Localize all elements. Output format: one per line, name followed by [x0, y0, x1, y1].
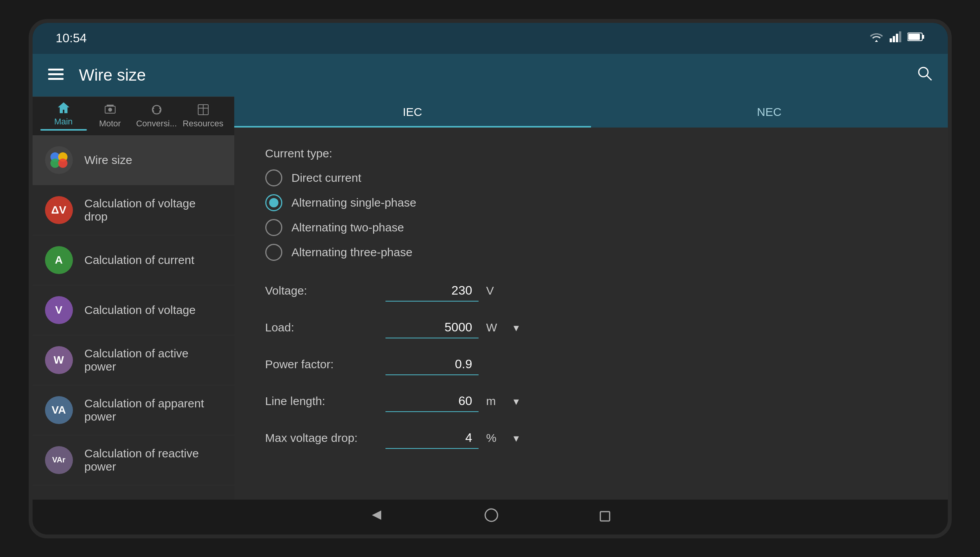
tab-iec[interactable]: IEC: [234, 97, 591, 128]
power-factor-label: Power factor:: [265, 358, 374, 371]
signal-icon: [890, 31, 901, 45]
svg-point-23: [58, 159, 67, 168]
tab-iec-label: IEC: [403, 105, 422, 119]
power-factor-input-area: [385, 354, 917, 375]
voltage-unit: V: [486, 284, 506, 297]
radio-circle-single[interactable]: [265, 194, 282, 211]
bottom-nav: Main Motor: [33, 97, 234, 135]
radio-direct-current[interactable]: Direct current: [265, 169, 917, 186]
sidebar-item-voltage[interactable]: V Calculation of voltage: [33, 285, 234, 335]
sidebar-item-active-power[interactable]: W Calculation of active power: [33, 335, 234, 385]
nav-tab-resources[interactable]: Resources: [180, 103, 226, 129]
android-back-button[interactable]: [370, 508, 384, 526]
svg-rect-7: [48, 69, 64, 71]
radio-label-direct: Direct current: [292, 171, 361, 185]
sidebar-item-current[interactable]: A Calculation of current: [33, 235, 234, 285]
radio-circle-three[interactable]: [265, 244, 282, 261]
max-voltage-drop-input[interactable]: [385, 428, 479, 449]
svg-marker-24: [372, 510, 381, 520]
hamburger-icon[interactable]: [48, 66, 64, 84]
nav-tab-conversi[interactable]: Conversi...: [133, 103, 180, 129]
svg-point-25: [485, 509, 498, 521]
nav-tab-main-label: Main: [54, 117, 73, 127]
search-icon[interactable]: [917, 66, 932, 84]
svg-rect-1: [893, 36, 895, 42]
line-length-input-area: m ▾: [385, 391, 917, 412]
form-row-line-length: Line length: m ▾: [265, 391, 917, 412]
svg-rect-9: [48, 78, 64, 80]
svg-point-19: [45, 146, 73, 174]
load-input[interactable]: [385, 317, 479, 338]
voltage-avatar: V: [45, 296, 73, 324]
radio-two-phase[interactable]: Alternating two-phase: [265, 219, 917, 236]
nav-tab-resources-label: Resources: [183, 119, 223, 129]
sidebar-item-reactive-power[interactable]: VAr Calculation of reactive power: [33, 435, 234, 485]
svg-rect-13: [107, 105, 114, 106]
radio-label-single: Alternating single-phase: [292, 196, 417, 209]
form-row-load: Load: W ▾: [265, 317, 917, 338]
power-factor-input[interactable]: [385, 354, 479, 375]
sidebar-item-reactive-power-label: Calculation of reactive power: [85, 447, 222, 473]
voltage-label: Voltage:: [265, 284, 374, 297]
max-voltage-drop-label: Max voltage drop:: [265, 431, 374, 445]
load-dropdown-arrow[interactable]: ▾: [513, 321, 519, 334]
tab-nec-label: NEC: [757, 105, 781, 119]
nav-tab-main[interactable]: Main: [40, 101, 87, 131]
battery-icon: [907, 32, 925, 45]
sidebar-item-voltage-label: Calculation of voltage: [85, 304, 196, 317]
tab-nec[interactable]: NEC: [591, 97, 948, 128]
sidebar-item-apparent-power-label: Calculation of apparent power: [85, 397, 222, 423]
apparent-power-avatar: VA: [45, 396, 73, 424]
tab-iec-indicator: [234, 126, 591, 128]
radio-label-three: Alternating three-phase: [292, 246, 413, 259]
sidebar-item-apparent-power[interactable]: VA Calculation of apparent power: [33, 385, 234, 435]
load-input-area: W ▾: [385, 317, 917, 338]
status-icons: [869, 31, 925, 45]
active-power-avatar: W: [45, 346, 73, 374]
tablet-frame: 10:54: [29, 19, 952, 538]
right-content: IEC NEC Current type: Direct current: [234, 97, 948, 500]
form-content: Current type: Direct current Alternating…: [234, 128, 948, 500]
nav-tab-pinned[interactable]: Pinc...: [226, 103, 234, 129]
sidebar-item-voltage-drop[interactable]: ΔV Calculation of voltage drop: [33, 185, 234, 235]
sidebar-item-active-power-label: Calculation of active power: [85, 347, 222, 373]
wire-size-avatar: [45, 146, 73, 174]
line-length-dropdown-arrow[interactable]: ▾: [513, 395, 519, 408]
svg-point-14: [108, 108, 112, 112]
radio-three-phase[interactable]: Alternating three-phase: [265, 244, 917, 261]
radio-circle-two[interactable]: [265, 219, 282, 236]
voltage-input-area: V: [385, 280, 917, 302]
radio-single-phase[interactable]: Alternating single-phase: [265, 194, 917, 211]
load-label: Load:: [265, 321, 374, 334]
svg-rect-3: [899, 31, 901, 42]
svg-rect-6: [908, 34, 920, 40]
nav-tab-motor[interactable]: Motor: [87, 103, 133, 129]
status-bar: 10:54: [33, 23, 948, 54]
voltage-input[interactable]: [385, 280, 479, 302]
voltage-drop-avatar: ΔV: [45, 196, 73, 224]
nav-underline-main: [40, 129, 87, 131]
android-recents-button[interactable]: [599, 508, 611, 526]
form-row-power-factor: Power factor:: [265, 354, 917, 375]
line-length-input[interactable]: [385, 391, 479, 412]
radio-label-two: Alternating two-phase: [292, 221, 404, 234]
nav-tab-motor-label: Motor: [99, 119, 121, 129]
status-time: 10:54: [56, 31, 87, 45]
line-length-label: Line length:: [265, 395, 374, 408]
max-voltage-drop-dropdown-arrow[interactable]: ▾: [513, 432, 519, 445]
radio-circle-direct[interactable]: [265, 169, 282, 186]
android-home-button[interactable]: [484, 508, 498, 526]
svg-line-11: [927, 76, 932, 80]
app-bar: Wire size: [33, 54, 948, 97]
app-title: Wire size: [79, 66, 917, 84]
sidebar: Main Motor: [33, 97, 234, 500]
radio-group: Direct current Alternating single-phase …: [265, 169, 917, 261]
sidebar-item-current-label: Calculation of current: [85, 253, 194, 267]
svg-rect-5: [922, 35, 924, 39]
line-length-unit: m: [486, 395, 506, 408]
sidebar-item-wire-size-label: Wire size: [85, 153, 132, 167]
svg-rect-2: [896, 34, 898, 42]
svg-rect-8: [48, 73, 64, 75]
sidebar-item-wire-size[interactable]: Wire size: [33, 135, 234, 185]
nav-tab-conversi-label: Conversi...: [136, 119, 177, 129]
